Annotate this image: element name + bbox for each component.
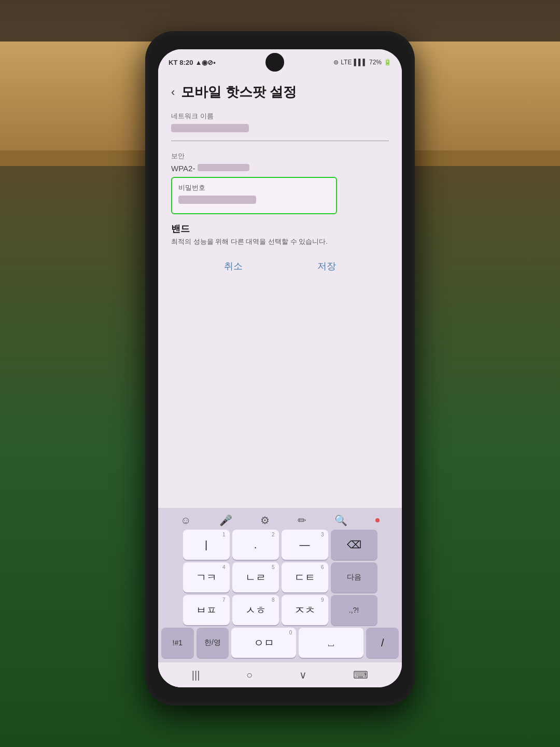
status-right: ⊚ LTE ▌▌▌ 72% 🔋: [333, 59, 391, 66]
backspace-key[interactable]: ⌫: [331, 530, 377, 560]
band-section: 밴드 최적의 성능을 위해 다른 대역을 선택할 수 있습니다.: [171, 223, 389, 246]
navigation-bar: ||| ○ ∨ ⌨: [158, 662, 402, 687]
keyboard-toolbar: ☺ 🎤 ⚙ ✏ 🔍: [161, 511, 399, 530]
key-bp[interactable]: 7 ㅂㅍ: [183, 595, 230, 625]
phone-device: KT 8:20 ▲◉⊘• ⊚ LTE ▌▌▌ 72% 🔋 ‹ 모바일 핫스팟 설…: [145, 31, 415, 706]
security-label: 보안: [171, 151, 389, 161]
save-button[interactable]: 저장: [307, 258, 346, 274]
settings-form: 네트워크 이름 보안 WPA2- 비밀번호: [158, 106, 402, 508]
time-label: 8:20: [179, 59, 193, 66]
page-title: 모바일 핫스팟 설정: [181, 83, 296, 101]
key-nr[interactable]: 5 ㄴㄹ: [232, 562, 279, 592]
main-content: ‹ 모바일 핫스팟 설정 네트워크 이름 보안 WPA2-: [158, 75, 402, 687]
keyboard-row-1: 1 | 2 . 3 — ⌫: [161, 530, 399, 560]
vowel-key[interactable]: 0 ㅇㅁ: [231, 628, 296, 658]
cancel-button[interactable]: 취소: [214, 258, 253, 274]
band-label: 밴드: [171, 223, 389, 235]
status-left: KT 8:20 ▲◉⊘•: [169, 59, 216, 66]
key-dot[interactable]: 2 .: [232, 530, 279, 560]
password-value[interactable]: [178, 196, 256, 204]
password-label: 비밀번호: [178, 183, 330, 192]
lte-label: LTE: [341, 59, 352, 66]
key-pipe[interactable]: 1 |: [183, 530, 230, 560]
battery-label: 72%: [369, 59, 382, 66]
status-bar: KT 8:20 ▲◉⊘• ⊚ LTE ▌▌▌ 72% 🔋: [158, 49, 402, 75]
carrier-label: KT: [169, 59, 177, 66]
keyboard-row-3: 7 ㅂㅍ 8 ㅅㅎ 9 ㅈㅊ .,?!: [161, 595, 399, 625]
security-section: 보안 WPA2-: [171, 151, 389, 173]
network-name-section: 네트워크 이름: [171, 112, 389, 141]
key-dt[interactable]: 6 ㄷㅌ: [282, 562, 328, 592]
recents-button[interactable]: |||: [192, 669, 200, 681]
network-name-label: 네트워크 이름: [171, 112, 389, 121]
punct-key[interactable]: .,?!: [331, 595, 377, 625]
title-bar: ‹ 모바일 핫스팟 설정: [158, 75, 402, 106]
camera-notch: [265, 53, 284, 72]
slash-key[interactable]: /: [366, 628, 399, 658]
lang-key[interactable]: 한/영: [197, 628, 229, 658]
signal-bars: ▌▌▌: [354, 59, 367, 66]
network-name-value[interactable]: [171, 124, 249, 132]
wifi-icon: ⊚: [333, 59, 339, 66]
mic-button[interactable]: 🎤: [219, 514, 232, 527]
action-buttons: 취소 저장: [171, 253, 389, 280]
key-dash[interactable]: 3 —: [282, 530, 328, 560]
keyboard-row-2: 4 ㄱㅋ 5 ㄴㄹ 6 ㄷㅌ 다음: [161, 562, 399, 592]
handwrite-button[interactable]: ✏: [298, 514, 306, 527]
keyboard: ☺ 🎤 ⚙ ✏ 🔍 1 | 2 .: [158, 508, 402, 662]
band-desc: 최적의 성능을 위해 다른 대역을 선택할 수 있습니다.: [171, 237, 389, 246]
keyboard-bottom-row: !#1 한/영 0 ㅇㅁ ⎵ /: [161, 628, 399, 658]
search-button[interactable]: 🔍: [334, 514, 347, 527]
home-button[interactable]: ○: [246, 669, 253, 681]
security-value: WPA2-: [171, 164, 389, 173]
special-key[interactable]: !#1: [161, 628, 194, 658]
status-icons: ▲◉⊘•: [195, 59, 215, 66]
battery-icon: 🔋: [384, 59, 391, 66]
back-button[interactable]: ‹: [171, 86, 175, 99]
key-zc[interactable]: 9 ㅈㅊ: [282, 595, 328, 625]
key-sh[interactable]: 8 ㅅㅎ: [232, 595, 279, 625]
keyboard-hide-button[interactable]: ⌨: [353, 669, 368, 681]
settings-button[interactable]: ⚙: [260, 514, 270, 527]
back-nav-button[interactable]: ∨: [299, 669, 307, 681]
key-gk[interactable]: 4 ㄱㅋ: [183, 562, 230, 592]
emoji-button[interactable]: ☺: [180, 515, 191, 527]
phone-screen: KT 8:20 ▲◉⊘• ⊚ LTE ▌▌▌ 72% 🔋 ‹ 모바일 핫스팟 설…: [158, 49, 402, 687]
password-section[interactable]: 비밀번호: [171, 177, 337, 214]
space-key[interactable]: ⎵: [299, 628, 363, 658]
next-key[interactable]: 다음: [331, 562, 377, 592]
security-blurred: [198, 164, 249, 171]
more-indicator: [375, 518, 380, 522]
